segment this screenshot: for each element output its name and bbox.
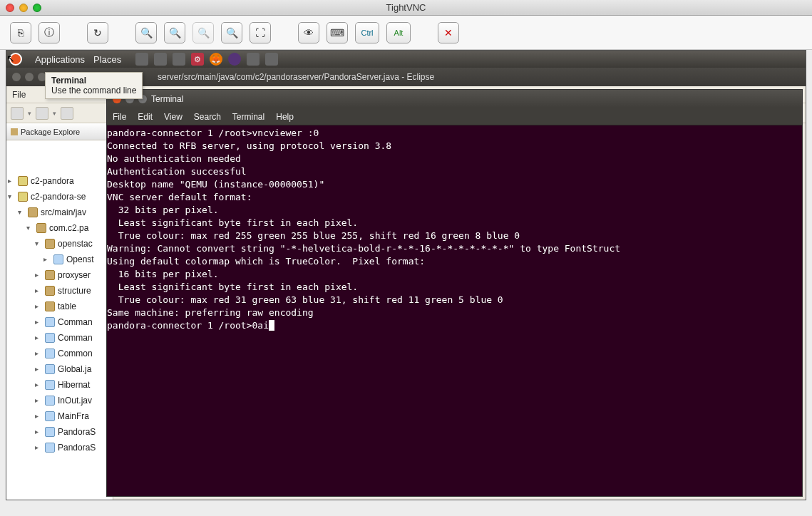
alt-button[interactable]: Alt bbox=[386, 22, 411, 43]
zoom-out-button[interactable]: 🔍 bbox=[164, 22, 185, 43]
remote-cursor-button[interactable]: 👁 bbox=[298, 22, 319, 43]
disconnect-button[interactable]: ✕ bbox=[438, 22, 459, 43]
launcher-icon[interactable] bbox=[154, 53, 167, 66]
firefox-icon[interactable]: 🦊 bbox=[210, 53, 222, 66]
options-button[interactable]: ⓘ bbox=[38, 22, 60, 43]
refresh-button[interactable]: ↻ bbox=[87, 22, 108, 43]
tree-node[interactable]: ▸structure bbox=[8, 283, 111, 299]
view-menu[interactable]: View bbox=[164, 112, 183, 122]
tree-node[interactable]: ▸PandoraS bbox=[8, 440, 111, 455]
new-connection-button[interactable]: ⎘ bbox=[10, 22, 31, 43]
package-tree[interactable]: ▸c2-pandora▾c2-pandora-se▾src/main/jav▾c… bbox=[6, 169, 113, 460]
terminal-output[interactable]: pandora-connector 1 /root>vncviewer :0 C… bbox=[107, 125, 802, 496]
window-button-icon[interactable] bbox=[12, 73, 21, 81]
launcher-icon[interactable] bbox=[135, 53, 148, 66]
send-keys-button[interactable]: ⌨ bbox=[327, 22, 348, 43]
tree-node[interactable]: ▸InOut.jav bbox=[8, 393, 111, 408]
window-title: TightVNC bbox=[0, 2, 812, 13]
eclipse-icon[interactable] bbox=[228, 53, 241, 66]
ctrl-button[interactable]: Ctrl bbox=[355, 22, 379, 43]
tree-node[interactable]: ▸proxyser bbox=[8, 267, 111, 283]
window-button-icon[interactable] bbox=[25, 73, 34, 81]
toolbar-button[interactable] bbox=[11, 107, 24, 120]
tree-node[interactable]: ▸Hibernat bbox=[8, 377, 111, 393]
terminal-window: Terminal File Edit View Search Terminal … bbox=[106, 89, 803, 497]
remote-desktop: ↖ Applications Places ⚙ 🦊 server/src/mai… bbox=[6, 50, 806, 500]
tree-node[interactable]: ▸Global.ja bbox=[8, 361, 111, 377]
tree-node[interactable]: ▸c2-pandora bbox=[8, 173, 111, 189]
tree-node[interactable]: ▾c2-pandora-se bbox=[8, 189, 111, 205]
tree-node[interactable]: ▾openstac bbox=[8, 236, 111, 252]
ubuntu-panel: Applications Places ⚙ 🦊 bbox=[6, 51, 806, 68]
toolbar-button[interactable] bbox=[61, 107, 73, 120]
applications-menu[interactable]: Applications bbox=[35, 54, 85, 65]
terminal-menu[interactable]: Terminal bbox=[232, 112, 264, 122]
fullscreen-button[interactable]: ⛶ bbox=[250, 22, 271, 43]
launcher-icon[interactable] bbox=[173, 53, 185, 66]
terminal-titlebar[interactable]: Terminal bbox=[107, 90, 802, 108]
zoom-fit-button[interactable]: 🔍 bbox=[221, 22, 242, 43]
launcher-icons: ⚙ 🦊 bbox=[135, 53, 278, 66]
search-menu[interactable]: Search bbox=[194, 112, 221, 122]
edit-menu[interactable]: Edit bbox=[138, 112, 153, 122]
file-menu[interactable]: File bbox=[12, 90, 26, 100]
tree-node[interactable]: ▾com.c2.pa bbox=[8, 220, 111, 236]
package-explorer-title: Package Explore bbox=[6, 123, 113, 140]
tree-node[interactable]: ▸PandoraS bbox=[8, 424, 111, 440]
vnc-toolbar: ⎘ ⓘ ↻ 🔍 🔍 🔍 🔍 ⛶ 👁 ⌨ Ctrl Alt ✕ bbox=[0, 16, 812, 50]
zoom-in-button[interactable]: 🔍 bbox=[135, 22, 157, 43]
tree-node[interactable]: ▸Comman bbox=[8, 314, 111, 330]
ubuntu-logo-icon[interactable] bbox=[9, 53, 22, 66]
editor-icon[interactable] bbox=[247, 53, 259, 66]
tree-node[interactable]: ▸Comman bbox=[8, 330, 111, 346]
help-menu[interactable]: Help bbox=[276, 112, 294, 122]
file-menu[interactable]: File bbox=[113, 112, 126, 122]
terminal-menubar[interactable]: File Edit View Search Terminal Help bbox=[107, 108, 802, 125]
tooltip-title: Terminal bbox=[51, 76, 136, 86]
tooltip: Terminal Use the command line bbox=[45, 72, 143, 99]
tree-node[interactable]: ▾src/main/jav bbox=[8, 205, 111, 220]
tree-node[interactable]: ▸Openst bbox=[8, 252, 111, 267]
eclipse-title-text: server/src/main/java/com/c2/pandoraserve… bbox=[158, 72, 434, 82]
zoom-actual-button[interactable]: 🔍 bbox=[192, 22, 214, 43]
toolbar-button[interactable] bbox=[36, 107, 48, 120]
terminal-title-text: Terminal bbox=[151, 94, 183, 104]
tree-node[interactable]: ▸table bbox=[8, 299, 111, 314]
tooltip-desc: Use the command line bbox=[51, 86, 136, 96]
launcher-icon[interactable]: ⚙ bbox=[191, 53, 204, 66]
tree-node[interactable]: ▸MainFra bbox=[8, 408, 111, 424]
tree-node[interactable]: ▸Common bbox=[8, 346, 111, 361]
mac-titlebar: TightVNC bbox=[0, 0, 812, 16]
calculator-icon[interactable] bbox=[265, 53, 278, 66]
places-menu[interactable]: Places bbox=[93, 54, 121, 65]
package-explorer: Package Explore ▸c2-pandora▾c2-pandora-s… bbox=[6, 123, 113, 500]
